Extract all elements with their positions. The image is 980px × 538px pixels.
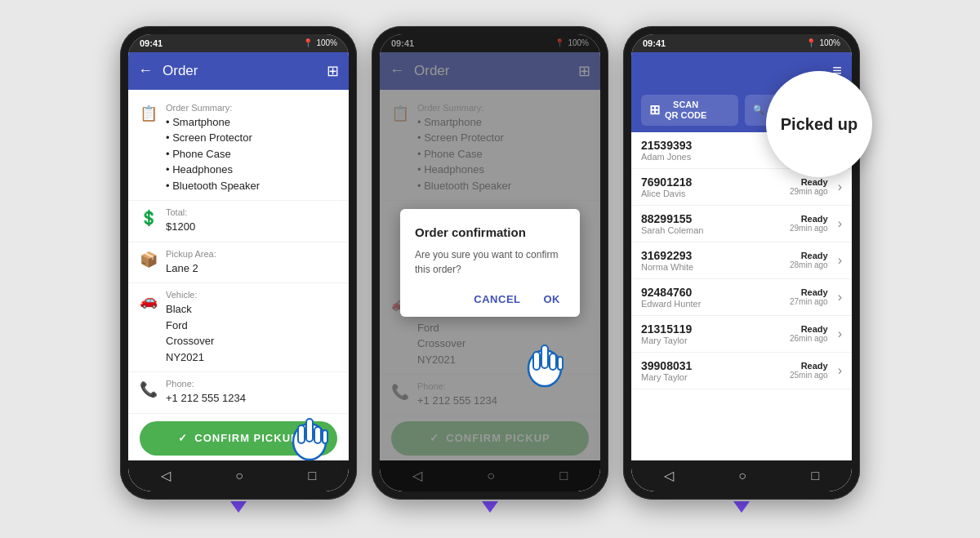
order-summary-content: Order Summary: Smartphone Screen Protect… bbox=[166, 103, 337, 194]
status-icons-3: 📍 100% bbox=[806, 38, 840, 47]
order-status-6: Ready bbox=[790, 324, 828, 334]
item-headphones: Headphones bbox=[166, 162, 337, 178]
item-bluetooth-speaker: Bluetooth Speaker bbox=[166, 178, 337, 194]
pickup-value: Lane 2 bbox=[166, 260, 337, 277]
pickup-section: 📦 Pickup Area: Lane 2 bbox=[128, 242, 349, 284]
app-bar-1: ← Order ⊞ bbox=[128, 52, 349, 90]
order-status-7: Ready bbox=[790, 361, 828, 371]
order-summary-value: Smartphone Screen Protector Phone Case H… bbox=[166, 114, 337, 194]
phone-value: +1 212 555 1234 bbox=[166, 390, 337, 407]
hand-cursor-2 bbox=[523, 337, 568, 393]
vehicle-value: BlackFordCrossoverNY2021 bbox=[166, 301, 337, 365]
box-icon: 📦 bbox=[140, 251, 156, 269]
order-name-5: Edward Hunter bbox=[641, 299, 783, 309]
arrow-icon-4: › bbox=[838, 253, 842, 268]
time-1: 09:41 bbox=[140, 38, 163, 48]
order-list-item-5[interactable]: 92484760 Edward Hunter Ready 27min ago › bbox=[631, 279, 852, 316]
back-button-1[interactable]: ← bbox=[138, 62, 153, 79]
phone2: 09:41 📍 100% ← Order ⊞ 📋 Order Summary: bbox=[372, 26, 608, 500]
scan-label: SCANQR CODE bbox=[665, 100, 706, 121]
arrow-phone3 bbox=[733, 501, 750, 513]
order-list-item-4[interactable]: 31692293 Norma White Ready 28min ago › bbox=[631, 242, 852, 279]
order-time-3: 29min ago bbox=[790, 224, 828, 233]
order-status-area-7: Ready 25min ago bbox=[790, 361, 828, 380]
order-status-3: Ready bbox=[790, 214, 828, 224]
nav-home-1[interactable]: ○ bbox=[235, 469, 243, 483]
order-time-2: 29min ago bbox=[790, 187, 828, 196]
battery-icon-3: 100% bbox=[819, 38, 840, 47]
bottom-nav-1: ◁ ○ □ bbox=[128, 460, 349, 491]
phone2-inner: 09:41 📍 100% ← Order ⊞ 📋 Order Summary: bbox=[380, 34, 600, 491]
clipboard-icon: 📋 bbox=[140, 104, 156, 122]
order-list-item-7[interactable]: 39908031 Mary Taylor Ready 25min ago › bbox=[631, 353, 852, 389]
order-info-5: 92484760 Edward Hunter bbox=[641, 286, 783, 309]
phone-content: Phone: +1 212 555 1234 bbox=[166, 379, 337, 407]
order-status-2: Ready bbox=[790, 177, 828, 187]
app-bar-title-1: Order bbox=[163, 63, 317, 79]
vehicle-content: Vehicle: BlackFordCrossoverNY2021 bbox=[166, 290, 337, 365]
order-id-6: 21315119 bbox=[641, 322, 783, 336]
order-id-7: 39908031 bbox=[641, 359, 783, 372]
phone-section: 📞 Phone: +1 212 555 1234 bbox=[128, 372, 349, 414]
phone1-inner: 09:41 📍 100% ← Order ⊞ 📋 Order Summary: bbox=[128, 34, 349, 491]
arrow-icon-3: › bbox=[838, 216, 842, 231]
arrow-icon-6: › bbox=[838, 327, 842, 341]
ok-button[interactable]: OK bbox=[539, 290, 566, 309]
location-icon: 📍 bbox=[303, 38, 313, 47]
phone-label: Phone: bbox=[166, 379, 337, 389]
nav-back-1[interactable]: ◁ bbox=[161, 468, 171, 483]
order-status-area-2: Ready 29min ago bbox=[790, 177, 828, 196]
vehicle-label: Vehicle: bbox=[166, 290, 337, 300]
svg-rect-6 bbox=[541, 345, 548, 368]
order-list-item-3[interactable]: 88299155 Sarah Coleman Ready 29min ago › bbox=[631, 206, 852, 242]
phone1-content: 📋 Order Summary: Smartphone Screen Prote… bbox=[128, 90, 349, 416]
picked-up-overlay: Picked up bbox=[766, 71, 872, 177]
vehicle-section: 🚗 Vehicle: BlackFordCrossoverNY2021 bbox=[128, 283, 349, 372]
dialog-title: Order confirmation bbox=[415, 225, 565, 239]
order-id-2: 76901218 bbox=[641, 176, 783, 189]
check-icon-1: ✓ bbox=[178, 432, 188, 444]
scan-qr-button[interactable]: ⊞ SCANQR CODE bbox=[641, 95, 738, 126]
nav-recents-1[interactable]: □ bbox=[309, 469, 317, 483]
total-value: $1200 bbox=[166, 219, 337, 235]
order-summary-section: 📋 Order Summary: Smartphone Screen Prote… bbox=[128, 96, 349, 202]
order-time-4: 28min ago bbox=[790, 260, 828, 269]
order-info-6: 21315119 Mary Taylor bbox=[641, 322, 783, 345]
nav-home-3[interactable]: ○ bbox=[738, 469, 746, 483]
confirmation-dialog: Order confirmation Are you sure you want… bbox=[400, 209, 580, 317]
order-summary-label: Order Summary: bbox=[166, 103, 337, 113]
order-time-5: 27min ago bbox=[790, 297, 828, 306]
item-screen-protector: Screen Protector bbox=[166, 130, 337, 146]
order-name-2: Alice Davis bbox=[641, 189, 783, 198]
phone1-wrapper: 09:41 📍 100% ← Order ⊞ 📋 Order Summary: bbox=[120, 26, 357, 513]
order-name-4: Norma White bbox=[641, 262, 783, 272]
order-info-7: 39908031 Mary Taylor bbox=[641, 359, 783, 382]
nav-back-3[interactable]: ◁ bbox=[664, 468, 674, 483]
arrow-phone2 bbox=[482, 501, 498, 513]
dollar-icon: 💲 bbox=[140, 209, 156, 227]
pickup-label: Pickup Area: bbox=[166, 249, 337, 259]
order-list-item-6[interactable]: 21315119 Mary Taylor Ready 26min ago › bbox=[631, 316, 852, 353]
order-status-area-6: Ready 26min ago bbox=[790, 324, 828, 343]
arrow-icon-2: › bbox=[838, 180, 842, 194]
order-status-area-3: Ready 29min ago bbox=[790, 214, 828, 233]
qr-icon-1[interactable]: ⊞ bbox=[327, 62, 339, 80]
arrow-icon-5: › bbox=[838, 290, 842, 305]
item-phone-case: Phone Case bbox=[166, 146, 337, 162]
cancel-button[interactable]: CANCEL bbox=[469, 290, 525, 309]
dialog-body: Are you sure you want to confirm this or… bbox=[415, 247, 565, 277]
confirm-pickup-button-1[interactable]: ✓ CONFIRM PICKUP bbox=[140, 421, 337, 456]
nav-recents-3[interactable]: □ bbox=[812, 469, 820, 483]
order-name-3: Sarah Coleman bbox=[641, 225, 783, 235]
phone3-wrapper: 09:41 📍 100% ≡ ⊞ SCANQR CODE 🔍 FIND bbox=[623, 26, 860, 513]
battery-icon: 100% bbox=[316, 38, 337, 47]
total-section: 💲 Total: $1200 bbox=[128, 201, 349, 242]
location-icon-3: 📍 bbox=[806, 38, 816, 47]
status-icons-1: 📍 100% bbox=[303, 38, 337, 47]
picked-up-text: Picked up bbox=[781, 114, 858, 134]
order-list: 21539393 Adam Jones › 76901218 Alice Dav… bbox=[631, 132, 852, 460]
order-status-5: Ready bbox=[790, 287, 828, 297]
dialog-overlay: Order confirmation Are you sure you want… bbox=[380, 34, 600, 491]
order-id-3: 88299155 bbox=[641, 212, 783, 225]
phone1: 09:41 📍 100% ← Order ⊞ 📋 Order Summary: bbox=[120, 26, 357, 500]
